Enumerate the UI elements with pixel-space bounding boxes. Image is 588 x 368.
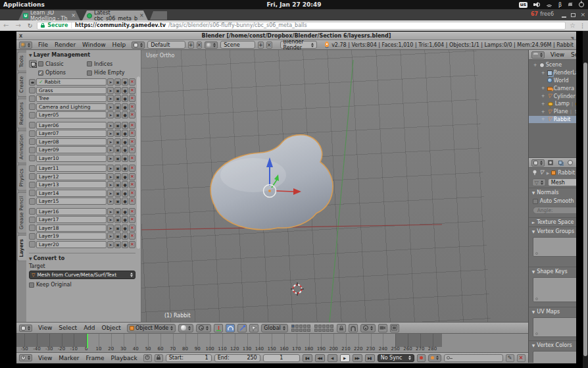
layer-name-field[interactable]: Layer08: [36, 138, 107, 145]
section-header-texture-space[interactable]: ►Texture Space══: [529, 218, 576, 226]
outliner-row-lamp[interactable]: +Lamp|◉➤▣: [529, 100, 576, 108]
scene-field[interactable]: Scene: [220, 41, 255, 49]
auto-smooth-option[interactable]: Auto Smooth: [533, 198, 576, 204]
layer-name-field[interactable]: Layer20: [36, 241, 107, 248]
layer-select-dot[interactable]: [29, 224, 36, 231]
properties-tab-render[interactable]: [546, 159, 555, 167]
insert-keyframe-button[interactable]: ✎: [506, 354, 514, 362]
wifi-icon[interactable]: [546, 2, 552, 7]
layer-select-button[interactable]: ➤: [107, 111, 114, 118]
layer-delete-button[interactable]: ×: [129, 232, 135, 240]
layer-render-toggle[interactable]: ●: [122, 165, 128, 172]
layer-name-field[interactable]: Layer10: [36, 155, 107, 162]
layer-select-button[interactable]: ➤: [107, 216, 114, 223]
outliner-row-scene[interactable]: +Scene: [529, 61, 576, 69]
outliner-row-cylinder[interactable]: +▽Cylinder|▽◉➤▣: [529, 92, 576, 100]
tab-close-icon[interactable]: ×: [139, 13, 144, 18]
menu-add[interactable]: Add: [80, 325, 98, 331]
option-classic[interactable]: Classic: [38, 61, 87, 67]
layer-lock-button[interactable]: ▣: [114, 87, 121, 94]
layer-name-field[interactable]: Layer09: [36, 146, 107, 153]
layer-select-button[interactable]: ➤: [107, 122, 114, 129]
layer-select-button[interactable]: ➤: [107, 146, 114, 153]
expander-icon[interactable]: +: [541, 70, 546, 76]
shelf-tab-create[interactable]: Create: [17, 72, 26, 97]
menu-marker[interactable]: Marker: [55, 355, 82, 361]
layer-management-header[interactable]: ▼Layer Management: [29, 52, 135, 58]
uv-maps-list[interactable]: [533, 317, 576, 337]
bookmark-star-icon[interactable]: ☆: [570, 22, 579, 29]
checkbox-classic[interactable]: [38, 61, 43, 66]
layer-delete-button[interactable]: ×: [129, 95, 135, 102]
layer-render-toggle[interactable]: ●: [122, 95, 128, 102]
layer-render-toggle[interactable]: ●: [122, 87, 128, 94]
mode-dropdown[interactable]: Object Mode: [127, 324, 176, 332]
delete-keyframe-button[interactable]: ×: [517, 354, 526, 362]
layer-render-toggle[interactable]: ●: [122, 122, 128, 129]
start-frame-field[interactable]: Start:1: [166, 354, 212, 362]
scene-lock-button[interactable]: [337, 324, 346, 332]
layer-delete-button[interactable]: ×: [129, 181, 135, 188]
jump-to-start-button[interactable]: ▮◀: [303, 354, 312, 362]
shelf-tab-physics[interactable]: Physics: [17, 165, 26, 191]
tool-shelf-scrollbar[interactable]: [137, 76, 140, 249]
shelf-tab-tools[interactable]: Tools: [17, 51, 26, 71]
opengl-render-button[interactable]: [378, 324, 387, 332]
layer-lock-button[interactable]: ▣: [114, 165, 121, 172]
section-header-normals[interactable]: ▼Normals══: [529, 188, 576, 197]
layer-select-dot[interactable]: [29, 190, 36, 196]
transform-orientation-dropdown[interactable]: Global: [261, 324, 288, 332]
layer-select-dot[interactable]: [29, 233, 36, 240]
layer-name-field[interactable]: Layer17: [36, 216, 107, 223]
layer-lock-button[interactable]: ▣: [114, 216, 121, 223]
layer-lock-button[interactable]: ▣: [114, 130, 121, 137]
angle-slider[interactable]: Angle:30°: [533, 207, 576, 214]
option-indices[interactable]: Indices: [87, 61, 135, 67]
layer-select-button[interactable]: ➤: [107, 130, 114, 137]
layer-lock-button[interactable]: ▣: [114, 181, 121, 188]
layer-name-field[interactable]: Layer11: [36, 165, 107, 172]
layer-lock-button[interactable]: ▣: [114, 122, 121, 129]
menu-view[interactable]: View: [547, 51, 568, 58]
snap-element-dropdown[interactable]: [360, 324, 376, 332]
layer-lock-button[interactable]: ▣: [114, 197, 121, 205]
manipulator-scale-button[interactable]: [237, 324, 247, 332]
section-header-shape-keys[interactable]: ▼Shape Keys══: [529, 267, 576, 276]
pivot-dropdown[interactable]: [196, 324, 211, 332]
layer-name-field[interactable]: Tree: [36, 95, 107, 102]
power-icon[interactable]: [579, 2, 584, 7]
preview-range-button[interactable]: [143, 354, 152, 362]
layer-delete-button[interactable]: ×: [129, 165, 135, 172]
layer-render-toggle[interactable]: ●: [122, 224, 128, 232]
properties-tab-render_layers[interactable]: [556, 159, 565, 167]
layer-name-field[interactable]: Camera and Lighting: [36, 103, 107, 111]
add-scene-button[interactable]: +: [258, 41, 264, 49]
properties-tab-world[interactable]: [576, 159, 576, 167]
convert-target-dropdown[interactable]: ▽ Mesh from Curve/Meta/Surf/Text: [29, 271, 135, 279]
vertex-groups-list[interactable]: [533, 237, 576, 257]
layer-lock-button[interactable]: ▣: [114, 155, 121, 162]
layer-select-dot[interactable]: [29, 165, 36, 172]
layer-render-toggle[interactable]: ●: [122, 190, 128, 197]
pin-icon[interactable]: [532, 170, 537, 175]
shape-keys-list[interactable]: [533, 277, 576, 302]
new-tab-button[interactable]: [150, 11, 167, 20]
menu-window[interactable]: Window: [79, 41, 109, 48]
checkbox-options[interactable]: [38, 70, 43, 76]
layer-select-button[interactable]: ➤: [107, 208, 114, 215]
close-icon[interactable]: ×: [580, 12, 585, 18]
layer-select-dot[interactable]: [29, 198, 36, 205]
editor-type-selector[interactable]: [531, 159, 545, 167]
datablock-type-dropdown[interactable]: ▽: [532, 178, 546, 186]
menu-frame[interactable]: Frame: [82, 355, 107, 361]
outliner-row-camera[interactable]: +Camera|◉➤▣: [529, 84, 576, 92]
layer-render-toggle[interactable]: ●: [122, 232, 128, 240]
datablock-name-field[interactable]: Mesh: [548, 178, 576, 186]
keep-original-checkbox[interactable]: [29, 282, 34, 288]
layer-delete-button[interactable]: ×: [129, 208, 135, 215]
layer-render-toggle[interactable]: ●: [122, 216, 128, 223]
expander-icon[interactable]: +: [541, 117, 546, 122]
menu-playback[interactable]: Playback: [108, 355, 141, 361]
layer-name-field[interactable]: Layer19: [36, 232, 107, 240]
viewport-3d[interactable]: User Ortho (1) Rabbit ToolsCreateRelatio…: [16, 50, 528, 322]
